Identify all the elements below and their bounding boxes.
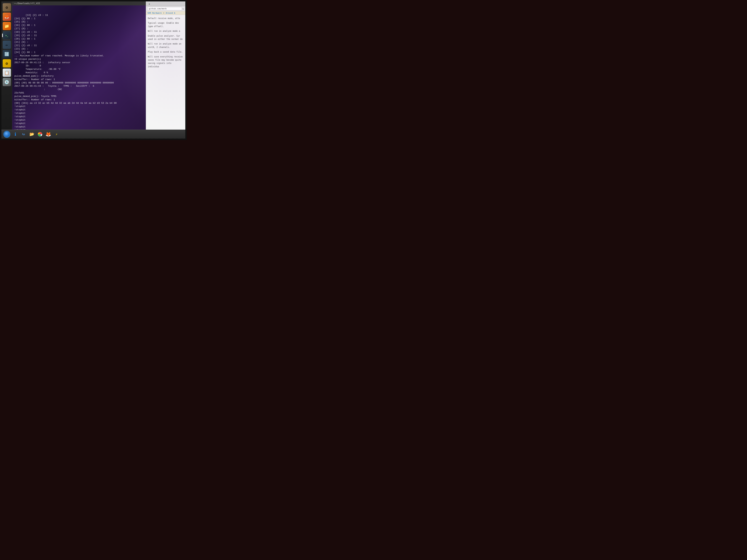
- browser-paragraph-0: Default receive mode, atte: [148, 17, 183, 20]
- terminal-line: [00] {161} aa c3 32 ac b5 4d 4d 32 aa ab…: [15, 102, 117, 104]
- sidebar-icon-disc[interactable]: 💿: [3, 78, 11, 86]
- terminal-line: [14] {1} 80 : 1: [15, 17, 35, 20]
- sidebar-icon-light[interactable]: 📋: [3, 69, 11, 77]
- terminal-line: 23cfd91: [15, 91, 24, 94]
- browser-bookmarks-bar: SDR Hardware ▾ Around b: [146, 11, 185, 15]
- inner-screen: ⚙🦊📁>_✏🔢⚙📋💿 ~~/Downloads/rtl_433 [13] {2}…: [1, 1, 185, 130]
- taskbar-icon-chrome[interactable]: [36, 131, 44, 138]
- terminal-line: : CRC: [15, 88, 62, 91]
- terminal-line: bitbuffer:: Number of rows: 1: [15, 98, 55, 101]
- terminal-line: Humidity: 0 %: [15, 71, 48, 74]
- terminal-line: 2017-09-26 09:41:44 : Toyota : TPMS : Se…: [15, 85, 94, 87]
- terminal-line: !stopbit: [15, 126, 26, 128]
- terminal-line: [19] {2} c0 : 11: [15, 34, 37, 37]
- terminal-line: bitbuffer:: Number of rows: 1: [15, 78, 55, 81]
- browser-url-display[interactable]: github.com/merb: [148, 7, 182, 10]
- taskbar-icon-firefox-tb[interactable]: 🦊: [45, 131, 52, 138]
- terminal-line: !stopbit: [15, 122, 26, 125]
- new-tab-button[interactable]: +: [148, 2, 151, 6]
- terminal-line: [15] {0} :: [15, 21, 28, 23]
- terminal-line: pulse_demod_pcm(): Toyota TPMS: [15, 95, 56, 98]
- terminal-line: [22] {2} c0 : 11: [15, 44, 37, 47]
- bookmark-item-0[interactable]: SDR Hardware: [148, 12, 162, 14]
- sidebar-icon-terminal[interactable]: >_: [3, 31, 11, 39]
- sidebar-icon-files[interactable]: 📁: [3, 22, 11, 30]
- browser-refresh-button[interactable]: ↻: [183, 7, 184, 10]
- browser-toolbar: github.com/merb ↻: [146, 6, 185, 11]
- browser-paragraph-3: Enable pulse analyzer. Sur used in eithe…: [148, 34, 183, 41]
- terminal-line: [18] {2} c0 : 11: [15, 31, 37, 33]
- terminal-window[interactable]: ~~/Downloads/rtl_433 [13] {2} c0 : 11 [1…: [12, 1, 146, 130]
- sidebar-icon-firefox[interactable]: 🦊: [3, 12, 11, 21]
- terminal-line: [16] {1} 80 : 1: [15, 24, 35, 27]
- terminal-line: !stopbit: [15, 112, 26, 114]
- sidebar-icon-yellow-gear[interactable]: ⚙: [3, 59, 11, 68]
- terminal-line: ... Maximum number of rows reached. Mess…: [15, 54, 104, 57]
- taskbar-icon-hp[interactable]: hp: [20, 131, 27, 138]
- main-content: ~~/Downloads/rtl_433 [13] {2} c0 : 11 [1…: [12, 1, 185, 130]
- terminal-line: [21] {0} :: [15, 41, 28, 44]
- taskbar-icon-folder[interactable]: 📂: [28, 131, 35, 138]
- browser-tab-bar: +: [146, 1, 185, 6]
- terminal-line: !stopbit: [15, 118, 26, 121]
- browser-panel: + github.com/merb ↻ SDR Hardware ▾ Aroun…: [146, 1, 185, 130]
- terminal-line: !stopbit: [15, 108, 26, 111]
- bookmark-separator: ▾: [163, 12, 164, 14]
- terminal-line: !stopbit: [15, 115, 26, 118]
- terminal-line: [20] {1} 80 : 1: [15, 37, 35, 40]
- terminal-line: pulse_demod_ppm(): inFactory: [15, 75, 53, 77]
- sidebar-icon-calc[interactable]: 🔢: [3, 50, 11, 58]
- terminal-line: <0 unique packet(s): [15, 58, 41, 60]
- taskbar-icon-start[interactable]: [3, 131, 10, 138]
- terminal-line: Temperature: -90.00 °F: [15, 68, 60, 71]
- terminal-line: 2017-09-26 09:41:13 : inFactory sensor: [15, 61, 70, 64]
- terminal-title-bar: ~~/Downloads/rtl_433: [12, 1, 146, 5]
- sidebar-icon-gear[interactable]: ⚙: [3, 3, 11, 11]
- terminal-line: [17] {0} :: [15, 27, 28, 30]
- taskbar-icon-ie[interactable]: ℹ: [12, 131, 19, 138]
- taskbar-icon-network[interactable]: ⚡: [53, 131, 60, 138]
- browser-paragraph-1: Typical usage: Enable dev (ppm offset).: [148, 21, 183, 28]
- terminal-output: [13] {2} c0 : 11 [14] {1} 80 : 1 [15] {0…: [15, 7, 144, 130]
- taskbar: ℹhp📂🦊⚡: [1, 130, 185, 138]
- browser-paragraph-4: Will run in analyze mode an uint8, 2 cha…: [148, 42, 183, 49]
- terminal-line: [13] {2} c0 : 11: [26, 14, 48, 17]
- terminal-title: ~~/Downloads/rtl_433: [14, 2, 40, 5]
- screen-wrapper: ⚙🦊📁>_✏🔢⚙📋💿 ~~/Downloads/rtl_433 [13] {2}…: [0, 0, 187, 140]
- sidebar: ⚙🦊📁>_✏🔢⚙📋💿: [1, 1, 12, 130]
- browser-paragraph-5: Play back a saved data file.: [148, 50, 183, 53]
- terminal-line: [24] {1} 80 : 1: [15, 51, 35, 54]
- browser-paragraph-2: Will run in analyze mode a: [148, 29, 183, 33]
- terminal-line: [23] {0} :: [15, 48, 28, 50]
- browser-content: Default receive mode, atteTypical usage:…: [146, 15, 185, 130]
- terminal-line: !stopbit: [15, 105, 26, 108]
- terminal-line: [00] {40} 00 00 00 00 00 : 00000000 0000…: [15, 81, 114, 84]
- browser-paragraph-6: Will save everything receive saves file …: [148, 55, 183, 69]
- bookmark-item-1[interactable]: Around b: [166, 12, 175, 14]
- sidebar-icon-editor[interactable]: ✏: [3, 41, 11, 49]
- terminal-line: ID: 0: [15, 64, 41, 67]
